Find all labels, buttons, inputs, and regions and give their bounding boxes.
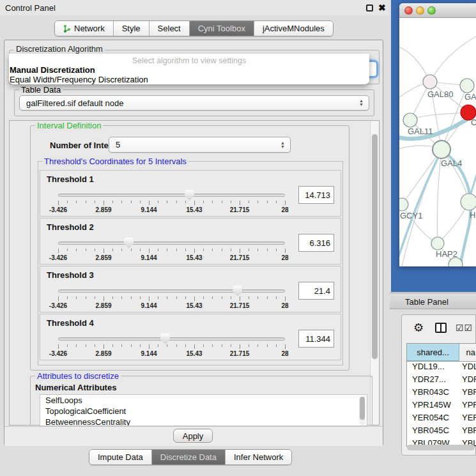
list-scrollbar[interactable]	[359, 396, 365, 426]
float-window-icon[interactable]	[366, 4, 373, 12]
table-row[interactable]: YDR27...YDR2	[407, 374, 476, 387]
slider-tick	[203, 249, 204, 251]
tab-label: Discretize Data	[160, 452, 217, 462]
zoom-traffic-light-icon[interactable]	[427, 6, 436, 15]
cell-shared-name[interactable]: YPR145W	[407, 400, 459, 413]
slider-tick	[212, 201, 213, 203]
close-icon[interactable]: ✖	[378, 3, 386, 13]
network-node[interactable]	[403, 113, 417, 127]
slider-track[interactable]	[58, 289, 285, 293]
slider-tick	[222, 296, 222, 299]
threshold-value-field[interactable]: 21.4	[298, 282, 334, 300]
cell-shared-name[interactable]: YDR27...	[407, 374, 459, 387]
minimize-traffic-light-icon[interactable]	[416, 6, 424, 15]
cell-shared-name[interactable]: YBR045C	[407, 426, 459, 438]
tab-style[interactable]: Style	[114, 21, 150, 36]
slider-thumb[interactable]	[185, 190, 194, 201]
tab-impute-data[interactable]: Impute Data	[89, 450, 152, 464]
cell-shared-name[interactable]: YDL19...	[407, 362, 459, 374]
network-canvas[interactable]: GAL80GACGAL11GAL4GCY1HHAP2	[399, 18, 476, 266]
slider-thumb[interactable]	[124, 238, 134, 249]
slider-tick	[276, 296, 277, 299]
slider-tick	[257, 249, 258, 251]
slider-tick	[203, 344, 204, 347]
threshold-value-field[interactable]: 6.316	[298, 234, 334, 252]
network-window[interactable]: GAL80GACGAL11GAL4GCY1HHAP2	[399, 3, 476, 266]
scrollbar-thumb[interactable]	[372, 134, 378, 359]
network-node[interactable]	[433, 141, 450, 158]
cell-shared-name[interactable]: YER054C	[407, 413, 459, 426]
tab-select[interactable]: Select	[150, 21, 190, 36]
slider-tick-label: 9.144	[141, 302, 157, 309]
tab-cyni-toolbox[interactable]: Cyni Toolbox	[190, 21, 254, 36]
algorithm-option-equal-width[interactable]: Equal Width/Frequency Discretization	[10, 75, 148, 84]
algorithm-option-manual[interactable]: Manual Discretization	[10, 65, 95, 75]
slider-tick	[104, 296, 104, 301]
slider-tick	[185, 249, 186, 251]
network-node[interactable]	[431, 237, 444, 250]
tab-jactivemnodules[interactable]: jActiveMNodules	[254, 21, 333, 36]
table-row[interactable]: YBR045CYBR0	[407, 426, 476, 438]
thresholds-group-title: Threshold's Coordinates for 5 Intervals	[42, 157, 188, 166]
table-horizontal-scrollbar[interactable]	[407, 445, 475, 450]
network-node[interactable]	[461, 194, 476, 210]
cell-name[interactable]: YDR2	[459, 374, 476, 387]
slider-tick-label: 2.859	[95, 350, 111, 357]
slider-track[interactable]	[58, 242, 285, 245]
slider-tick	[267, 201, 268, 203]
threshold-value-field[interactable]: 14.713	[298, 186, 334, 204]
gear-icon[interactable]: ⚙	[413, 321, 424, 335]
tab-network[interactable]: Network	[55, 21, 114, 36]
slider-tick	[249, 249, 249, 251]
apply-button[interactable]: Apply	[173, 429, 213, 443]
threshold-slider[interactable]: -3.4262.8599.14415.4321.71528	[58, 219, 285, 265]
slider-tick	[240, 201, 240, 205]
network-node[interactable]	[460, 79, 474, 93]
slider-tick	[267, 344, 268, 347]
cell-name[interactable]: YPR1	[459, 400, 476, 413]
table-row[interactable]: YDL19...YDL1	[407, 362, 476, 374]
cell-shared-name[interactable]: YBR043C	[407, 387, 459, 400]
attribute-list-item[interactable]: BetweennessCentrality	[40, 417, 367, 426]
threshold-slider[interactable]: -3.4262.8599.14415.4321.71528	[58, 266, 285, 313]
table-row[interactable]: YPR145WYPR1	[407, 400, 476, 413]
network-edge[interactable]	[410, 112, 468, 120]
slider-tick	[112, 344, 113, 347]
table-row[interactable]: YER054CYER0	[407, 413, 476, 426]
cell-name[interactable]: YDL1	[459, 362, 476, 374]
slider-thumb[interactable]	[160, 334, 170, 344]
attribute-list-item[interactable]: SelfLoops	[40, 395, 367, 406]
table-row[interactable]: YBR043CYBR0	[407, 387, 476, 400]
network-node[interactable]	[423, 75, 437, 89]
slider-track[interactable]	[58, 194, 285, 197]
cell-name[interactable]: YBR0	[459, 387, 476, 400]
slider-track[interactable]	[58, 337, 285, 341]
network-edge[interactable]	[430, 36, 476, 82]
columns-icon[interactable]	[435, 323, 447, 333]
network-node[interactable]	[399, 198, 408, 211]
slider-thumb[interactable]	[233, 286, 242, 296]
column-header-shared[interactable]: shared...	[407, 344, 459, 361]
network-window-titlebar[interactable]	[399, 3, 476, 18]
attribute-list-item[interactable]: TopologicalCoefficient	[40, 406, 367, 417]
cell-name[interactable]: YBR0	[459, 426, 476, 438]
slider-tick	[194, 296, 195, 301]
numerical-attributes-list[interactable]: SelfLoopsTopologicalCoefficientBetweenne…	[40, 394, 367, 426]
tab-discretize-data[interactable]: Discretize Data	[152, 450, 226, 464]
number-of-intervals-combo[interactable]: 5 ▲▼	[109, 137, 291, 153]
numerical-attributes-label: Numerical Attributes	[35, 383, 116, 392]
close-traffic-light-icon[interactable]	[404, 6, 413, 15]
tab-infer-network[interactable]: Infer Network	[226, 450, 291, 464]
slider-tick	[257, 201, 258, 203]
threshold-slider[interactable]: -3.4262.8599.14415.4321.71528	[58, 314, 285, 361]
slider-tick-label: 15.43	[186, 302, 202, 309]
threshold-value-field[interactable]: 11.344	[298, 330, 334, 348]
slider-tick	[240, 296, 240, 301]
slider-tick	[185, 296, 186, 299]
threshold-slider[interactable]: -3.4262.8599.14415.4321.71528	[58, 171, 285, 217]
checkboxes-icon[interactable]: ☑☑	[456, 323, 473, 333]
cell-name[interactable]: YER0	[459, 413, 476, 426]
scrollbar-thumb[interactable]	[360, 397, 365, 420]
table-data-combo[interactable]: galFiltered.sif default node ▲▼	[19, 95, 369, 111]
column-header-name[interactable]: na	[459, 344, 476, 361]
